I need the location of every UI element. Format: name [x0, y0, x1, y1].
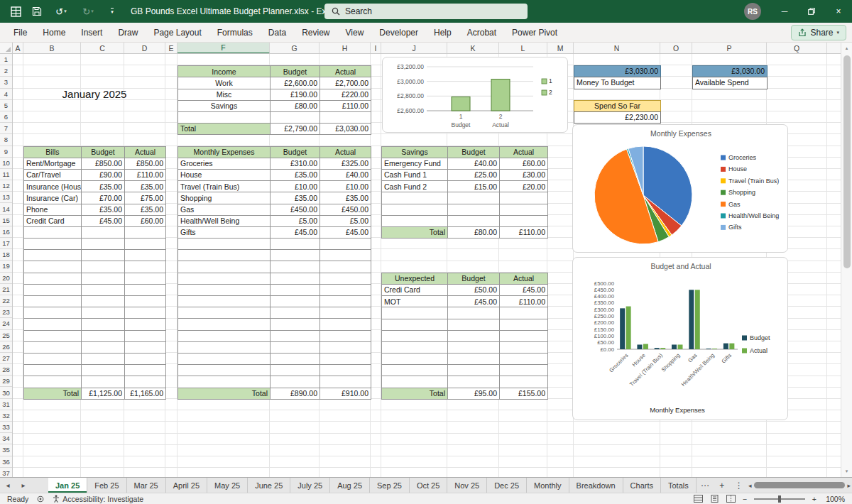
row-header-27[interactable]: 27: [0, 353, 12, 364]
cell-G5[interactable]: £80.00: [271, 100, 320, 111]
sheet-tab-april-25[interactable]: April 25: [166, 478, 207, 493]
cell-K14[interactable]: [448, 204, 500, 215]
cell-H17[interactable]: [320, 239, 371, 250]
cell-D26[interactable]: [125, 341, 166, 353]
cell-L13[interactable]: [500, 192, 548, 204]
cell-C18[interactable]: [82, 250, 125, 261]
row-header-21[interactable]: 21: [0, 284, 12, 295]
cell-F21[interactable]: [178, 284, 271, 295]
cell-F26[interactable]: [178, 341, 271, 353]
cell-L14[interactable]: [500, 204, 548, 215]
zoom-in-button[interactable]: +: [812, 495, 816, 503]
cell-L23[interactable]: [500, 307, 548, 319]
cell-C22[interactable]: [82, 296, 125, 307]
cell-G23[interactable]: [271, 307, 320, 319]
sheet-nav-right-arrow[interactable]: ▸: [16, 478, 31, 493]
cell-H13[interactable]: £35.00: [320, 192, 371, 204]
cell-D21[interactable]: [125, 284, 166, 295]
cell-K21[interactable]: £50.00: [448, 284, 500, 295]
ribbon-tab-page-layout[interactable]: Page Layout: [146, 23, 209, 42]
cell-H25[interactable]: [320, 330, 371, 341]
cell-L22[interactable]: £110.00: [500, 296, 548, 307]
vertical-scrollbar[interactable]: ▴ ▾: [841, 43, 852, 477]
cell-K20[interactable]: Budget: [448, 273, 500, 284]
column-header-P[interactable]: P: [692, 43, 767, 54]
budget-and-actual-chart[interactable]: Budget and Actual£500.00£450.00£400.00£3…: [572, 257, 788, 420]
cell-D30[interactable]: £1,165.00: [125, 388, 166, 399]
ribbon-tab-insert[interactable]: Insert: [73, 23, 110, 42]
cell-G24[interactable]: [271, 319, 320, 330]
sheet-tab-jan-25[interactable]: Jan 25: [48, 478, 87, 493]
cell-C24[interactable]: [82, 319, 125, 330]
cell-H28[interactable]: [320, 365, 371, 376]
cell-C14[interactable]: £35.00: [82, 204, 125, 215]
cell-B28[interactable]: [24, 365, 82, 376]
cell-H19[interactable]: [320, 261, 371, 273]
cell-B29[interactable]: [24, 376, 82, 388]
cell-H30[interactable]: £910.00: [320, 388, 371, 399]
cell-H3[interactable]: £2,700.00: [320, 77, 371, 89]
cell-K22[interactable]: £45.00: [448, 296, 500, 307]
row-header-26[interactable]: 26: [0, 341, 12, 353]
cell-L16[interactable]: £110.00: [500, 226, 548, 238]
cell-C19[interactable]: [82, 261, 125, 273]
cell-D24[interactable]: [125, 319, 166, 330]
cell-L30[interactable]: £155.00: [500, 388, 548, 399]
row-header-20[interactable]: 20: [0, 273, 12, 284]
cell-J14[interactable]: [382, 204, 448, 215]
cell-F27[interactable]: [178, 353, 271, 364]
cell-B25[interactable]: [24, 330, 82, 341]
redo-button[interactable]: ↻▾: [77, 3, 99, 20]
cell-F11[interactable]: House: [178, 169, 271, 180]
cell-F30[interactable]: Total: [178, 388, 271, 399]
row-header-17[interactable]: 17: [0, 238, 12, 249]
cell-F24[interactable]: [178, 319, 271, 330]
sheet-tab-dec-25[interactable]: Dec 25: [487, 478, 527, 493]
column-header-L[interactable]: L: [499, 43, 547, 54]
cell-J26[interactable]: [382, 341, 448, 353]
ribbon-tab-draw[interactable]: Draw: [110, 23, 146, 42]
hscroll-right-arrow[interactable]: ▸: [847, 482, 851, 489]
row-header-3[interactable]: 3: [0, 77, 12, 88]
cell-B27[interactable]: [24, 353, 82, 364]
cell-G21[interactable]: [271, 284, 320, 295]
cell-F7[interactable]: Total: [178, 124, 271, 135]
row-header-19[interactable]: 19: [0, 261, 12, 272]
cell-B21[interactable]: [24, 284, 82, 295]
row-header-29[interactable]: 29: [0, 376, 12, 387]
zoom-percentage[interactable]: 100%: [824, 495, 845, 503]
cell-J28[interactable]: [382, 365, 448, 376]
cell-B11[interactable]: Car/Travel: [24, 169, 82, 180]
cell-G19[interactable]: [271, 261, 320, 273]
cell-P3[interactable]: Available Spend: [692, 77, 768, 89]
cell-C27[interactable]: [82, 353, 125, 364]
cell-G6[interactable]: [271, 111, 320, 123]
zoom-slider[interactable]: [754, 498, 805, 500]
cell-B24[interactable]: [24, 319, 82, 330]
cell-B12[interactable]: Insurance (House): [24, 181, 82, 192]
cell-F20[interactable]: [178, 273, 271, 284]
cell-N6[interactable]: £2,230.00: [574, 111, 661, 124]
cell-N3[interactable]: Money To Budget: [574, 77, 661, 89]
cell-F14[interactable]: Gas: [178, 204, 271, 215]
cell-J11[interactable]: Cash Fund 1: [382, 169, 448, 180]
cell-H5[interactable]: £110.00: [320, 100, 371, 111]
cell-K23[interactable]: [448, 307, 500, 319]
scroll-down-arrow[interactable]: ▾: [841, 466, 852, 477]
restore-button[interactable]: [798, 0, 825, 23]
cell-F22[interactable]: [178, 296, 271, 307]
cell-L28[interactable]: [500, 365, 548, 376]
ribbon-tab-acrobat[interactable]: Acrobat: [459, 23, 504, 42]
cell-J30[interactable]: Total: [382, 388, 448, 399]
cell-B23[interactable]: [24, 307, 82, 319]
cell-C9[interactable]: Budget: [82, 146, 125, 158]
select-all-button[interactable]: [0, 43, 13, 54]
sheet-tab-june-25[interactable]: June 25: [248, 478, 290, 493]
search-box[interactable]: Search: [324, 4, 528, 19]
cell-D12[interactable]: £35.00: [125, 181, 166, 192]
income-budget-actual-chart[interactable]: £3,200.00£3,000.00£2,800.00£2,600.0012Bu…: [382, 57, 568, 133]
cell-K30[interactable]: £95.00: [448, 388, 500, 399]
column-header-G[interactable]: G: [270, 43, 320, 54]
cell-B26[interactable]: [24, 341, 82, 353]
cell-F16[interactable]: Gifts: [178, 226, 271, 238]
